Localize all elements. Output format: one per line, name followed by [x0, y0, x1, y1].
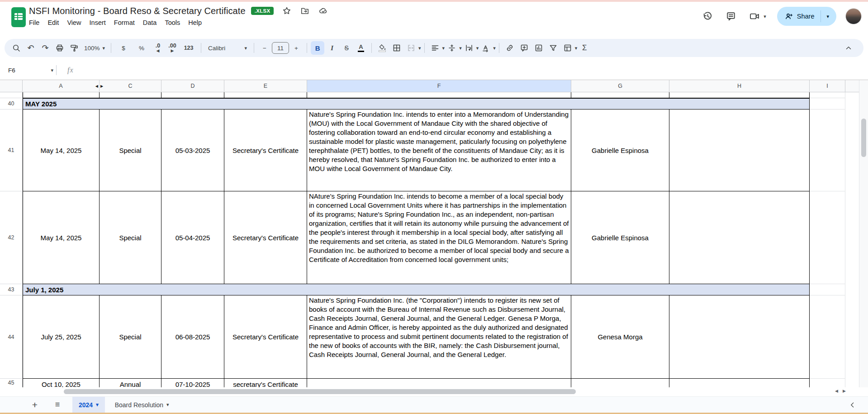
insert-comment-icon[interactable] [517, 41, 531, 55]
cell-resolution-text[interactable]: Nature's Spring Foundation Inc. (the "Co… [307, 295, 571, 378]
cloud-saved-icon[interactable] [317, 5, 329, 17]
vertical-scrollbar[interactable] [859, 80, 868, 387]
column-header-a[interactable]: A ◀ [23, 80, 100, 92]
scroll-right-icon[interactable]: ▶ [843, 389, 846, 393]
collapse-toolbar-icon[interactable] [842, 41, 855, 55]
sheet-tab-2024[interactable]: 2024 ▾ [72, 397, 105, 413]
cell-reso-number[interactable]: 05-04-2025 [161, 191, 224, 284]
horizontal-scrollbar[interactable]: ◀ ▶ [0, 387, 868, 396]
add-sheet-button[interactable]: + [29, 400, 41, 410]
borders-button[interactable] [390, 41, 403, 55]
cell-signatory[interactable]: Gabrielle Espinosa [571, 191, 669, 284]
menu-data[interactable]: Data [139, 18, 161, 27]
cell-signatory[interactable]: Genesa Morga [571, 295, 669, 378]
document-title[interactable]: NSFI Monitoring - Board Reso & Secretary… [29, 6, 246, 16]
increase-font-size-button[interactable]: + [289, 41, 303, 55]
horizontal-scrollbar-thumb[interactable] [64, 389, 576, 394]
chevron-left-icon[interactable] [849, 401, 856, 409]
section-band-july-1-2025[interactable]: July 1, 2025 [23, 284, 810, 295]
cell[interactable] [224, 92, 307, 98]
cell-meeting-type[interactable]: Annual [100, 378, 161, 388]
scroll-left-icon[interactable]: ◀ [835, 389, 838, 393]
undo-icon[interactable]: ↶ [24, 41, 38, 55]
cell-meeting-type[interactable]: Special [100, 295, 161, 378]
camera-dropdown-caret[interactable]: ▾ [764, 14, 766, 19]
row-gutter[interactable] [0, 92, 23, 98]
menu-insert[interactable]: Insert [85, 18, 110, 27]
strikethrough-button[interactable]: S [340, 41, 353, 55]
star-icon[interactable] [281, 5, 293, 17]
vertical-scrollbar-thumb[interactable] [861, 119, 866, 157]
column-header-h[interactable]: H [669, 80, 810, 92]
text-wrap-caret[interactable]: ▾ [476, 46, 479, 51]
move-folder-icon[interactable] [299, 5, 311, 17]
sheets-logo[interactable] [11, 7, 26, 28]
menu-file[interactable]: File [25, 18, 43, 27]
row-number-42[interactable]: 42 [0, 191, 23, 284]
cell[interactable] [810, 378, 845, 388]
format-percent-button[interactable]: % [133, 41, 150, 55]
filter-views-caret[interactable]: ▾ [575, 46, 578, 51]
print-icon[interactable] [53, 41, 66, 55]
cell-reso-number[interactable]: 07-10-2025 [161, 378, 224, 388]
cell[interactable] [100, 92, 161, 98]
cell-resolution-text[interactable] [307, 378, 571, 388]
cell-doc-type[interactable]: secretary's Certificate [224, 378, 307, 388]
account-avatar[interactable] [845, 8, 862, 24]
sheet-tab-caret[interactable]: ▾ [96, 402, 99, 407]
cell-doc-type[interactable]: Secretary's Certificate [224, 191, 307, 284]
section-band-may-2025[interactable]: MAY 2025 [23, 98, 810, 109]
name-box[interactable]: F6 ▾ [0, 67, 53, 74]
sheet-tab-caret[interactable]: ▾ [166, 402, 169, 407]
cell-meeting-date[interactable]: Oct 10, 2025 [23, 378, 100, 388]
comment-history-icon[interactable] [722, 7, 740, 25]
cell[interactable] [810, 92, 845, 98]
cell-meeting-type[interactable]: Special [100, 191, 161, 284]
insert-chart-icon[interactable] [532, 41, 545, 55]
insert-link-icon[interactable] [503, 41, 517, 55]
cell-meeting-date[interactable]: July 25, 2025 [23, 295, 100, 378]
text-rotation-caret[interactable]: ▾ [493, 46, 496, 51]
row-number-45[interactable]: 45 [0, 378, 23, 388]
cell-doc-type[interactable]: Secretary's Certificate [224, 295, 307, 378]
row-number-44[interactable]: 44 [0, 295, 23, 378]
hidden-column-arrow-right-icon[interactable]: ▶ [100, 84, 103, 88]
font-family-select[interactable]: Calibri ▾ [204, 45, 251, 52]
row-number-41[interactable]: 41 [0, 109, 23, 191]
cell-reso-number[interactable]: 05-03-2025 [161, 109, 224, 191]
cell[interactable] [669, 378, 810, 388]
vertical-align-caret[interactable]: ▾ [459, 46, 462, 51]
cell-meeting-date[interactable]: May 14, 2025 [23, 191, 100, 284]
share-dropdown-caret[interactable]: ▾ [823, 14, 833, 19]
version-history-icon[interactable] [698, 7, 716, 25]
cell[interactable] [810, 109, 845, 191]
menu-view[interactable]: View [63, 18, 85, 27]
cell-signatory[interactable]: Gabrielle Espinosa [571, 109, 669, 191]
format-currency-button[interactable]: $ [115, 41, 132, 55]
cell-resolution-text[interactable]: NAture's Spring Foundation Inc. intends … [307, 191, 571, 284]
create-filter-icon[interactable] [546, 41, 560, 55]
share-button[interactable]: Share ▾ [777, 7, 836, 26]
more-formats-button[interactable]: 123 [180, 41, 197, 55]
horizontal-align-caret[interactable]: ▾ [442, 46, 445, 51]
name-box-caret[interactable]: ▾ [51, 68, 53, 73]
menu-edit[interactable]: Edit [43, 18, 63, 27]
cell[interactable] [810, 191, 845, 284]
column-header-i[interactable]: I [810, 80, 845, 92]
cell[interactable] [571, 92, 669, 98]
text-color-button[interactable]: A [354, 41, 368, 55]
cell-doc-type[interactable]: Secretary's Certificate [224, 109, 307, 191]
text-wrap-button[interactable] [462, 41, 476, 55]
filter-views-icon[interactable] [561, 41, 574, 55]
menu-format[interactable]: Format [110, 18, 139, 27]
sheet-tab-board-resolution[interactable]: Board Resolution ▾ [109, 397, 175, 413]
hidden-column-arrow-left-icon[interactable]: ◀ [95, 84, 98, 88]
cell[interactable] [669, 191, 810, 284]
cell[interactable] [669, 295, 810, 378]
cell-signatory[interactable] [571, 378, 669, 388]
column-header-e[interactable]: E [224, 80, 307, 92]
cell-meeting-date[interactable]: May 14, 2025 [23, 109, 100, 191]
increase-decimal-button[interactable]: .00▶ [166, 41, 179, 55]
cell-reso-number[interactable]: 06-08-2025 [161, 295, 224, 378]
font-size-input[interactable]: 11 [272, 42, 289, 54]
